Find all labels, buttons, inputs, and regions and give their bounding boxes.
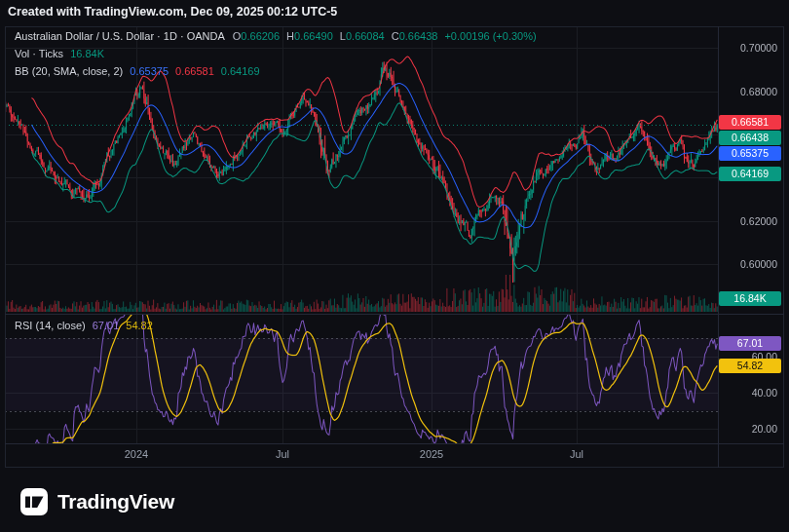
bb-basis-value: 0.65375 xyxy=(130,65,169,77)
close-value: 0.66438 xyxy=(399,30,438,42)
low-ohlc: L0.66084 xyxy=(340,30,385,42)
tradingview-logo-icon xyxy=(19,487,49,516)
time-scale[interactable] xyxy=(5,443,718,468)
high-label: H xyxy=(286,30,294,42)
low-value: 0.66084 xyxy=(346,30,385,42)
close-ohlc: C0.66438 xyxy=(392,30,438,42)
open-label: O xyxy=(233,30,242,42)
volume-label: Vol · Ticks xyxy=(15,48,63,59)
change-value: +0.00196 (+0.30%) xyxy=(444,30,536,42)
rsi-value: 67.01 xyxy=(93,320,120,331)
close-label: C xyxy=(392,30,399,42)
rsi-label: RSI (14, close) xyxy=(15,320,86,331)
volume-legend[interactable]: Vol · Ticks 16.84K xyxy=(15,48,104,59)
high-ohlc: H0.66490 xyxy=(286,30,333,42)
symbol-title: Australian Dollar / U.S. Dollar · 1D · O… xyxy=(15,30,225,42)
tradingview-snapshot: Created with TradingView.com, Dec 09, 20… xyxy=(0,0,789,532)
open-ohlc: O0.66206 xyxy=(233,30,280,42)
volume-value: 16.84K xyxy=(70,48,104,59)
chart-frame xyxy=(5,26,784,468)
bb-legend[interactable]: BB (20, SMA, close, 2) 0.65375 0.66581 0… xyxy=(15,65,260,77)
bb-label: BB (20, SMA, close, 2) xyxy=(15,65,123,77)
rsi-ma-value: 54.82 xyxy=(126,320,153,331)
symbol-legend[interactable]: Australian Dollar / U.S. Dollar · 1D · O… xyxy=(15,30,537,42)
bb-upper-value: 0.66581 xyxy=(175,65,214,77)
pane-separator[interactable] xyxy=(5,314,784,315)
tradingview-brand-link[interactable]: TradingView xyxy=(19,487,174,516)
rsi-legend[interactable]: RSI (14, close) 67.01 54.82 xyxy=(15,320,153,331)
open-value: 0.66206 xyxy=(241,30,280,42)
high-value: 0.66490 xyxy=(294,30,333,42)
bb-lower-value: 0.64169 xyxy=(221,65,260,77)
brand-wordmark: TradingView xyxy=(57,490,174,513)
price-scale[interactable] xyxy=(718,26,784,443)
attribution-text: Created with TradingView.com, Dec 09, 20… xyxy=(8,5,337,19)
